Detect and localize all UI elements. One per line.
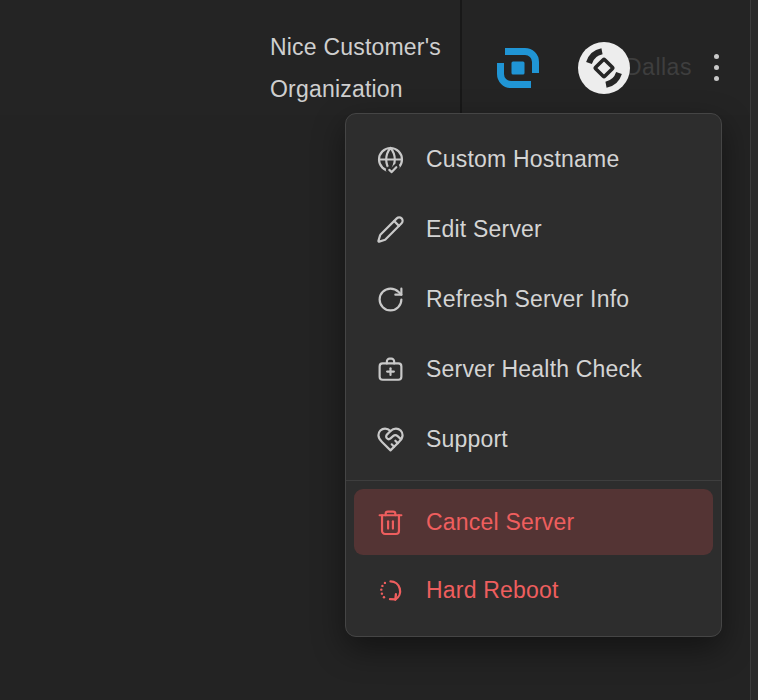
menu-item-support[interactable]: Support <box>346 404 721 474</box>
menu-item-label: Cancel Server <box>426 509 574 536</box>
menu-item-label: Server Health Check <box>426 356 642 383</box>
rotate-icon <box>376 576 405 605</box>
app-window: Nice Customer's Organization <box>0 0 758 700</box>
organization-name: Nice Customer's Organization <box>270 26 441 110</box>
location-logo-icon <box>578 42 630 94</box>
location-label: Dallas <box>625 54 692 81</box>
menu-item-custom-hostname[interactable]: Custom Hostname <box>346 124 721 194</box>
trash-icon <box>376 508 405 537</box>
location-badge: Dallas <box>578 42 692 94</box>
menu-item-edit-server[interactable]: Edit Server <box>346 194 721 264</box>
briefcase-medical-icon <box>376 355 405 384</box>
organization-name-line2: Organization <box>270 68 441 110</box>
menu-item-label: Refresh Server Info <box>426 286 629 313</box>
pencil-icon <box>376 215 405 244</box>
kebab-menu-icon[interactable] <box>705 48 729 88</box>
menu-item-hard-reboot[interactable]: Hard Reboot <box>346 555 721 625</box>
right-edge-panel <box>750 0 758 700</box>
menu-item-label: Edit Server <box>426 216 542 243</box>
header-left: Nice Customer's Organization <box>0 26 460 110</box>
menu-item-label: Custom Hostname <box>426 146 619 173</box>
header-bar: Nice Customer's Organization <box>0 0 751 115</box>
menu-item-cancel-server[interactable]: Cancel Server <box>354 489 713 555</box>
menu-divider <box>346 480 721 481</box>
server-actions-menu: Custom Hostname Edit Server Refresh Serv… <box>345 113 722 637</box>
menu-item-refresh-server-info[interactable]: Refresh Server Info <box>346 264 721 334</box>
globe-check-icon <box>376 145 405 174</box>
header-right: Dallas <box>462 42 751 94</box>
heart-handshake-icon <box>376 425 405 454</box>
menu-item-server-health-check[interactable]: Server Health Check <box>346 334 721 404</box>
menu-item-label: Hard Reboot <box>426 577 559 604</box>
organization-name-line1: Nice Customer's <box>270 26 441 68</box>
refresh-icon <box>376 285 405 314</box>
menu-item-label: Support <box>426 426 508 453</box>
brand-logo-icon[interactable] <box>492 42 544 94</box>
